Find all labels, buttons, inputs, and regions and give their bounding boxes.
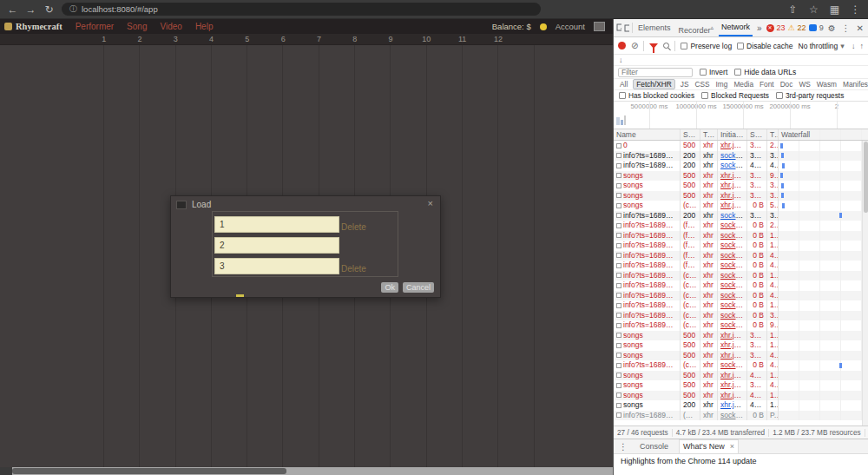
devtools-vertical-scrollbar[interactable] xyxy=(862,141,868,426)
type-chip[interactable]: JS xyxy=(680,80,690,89)
table-row[interactable]: info?ts=16898525605... (can... xhr sockj… xyxy=(614,300,868,311)
menu-item[interactable]: Performer xyxy=(76,22,114,31)
error-badge-icon[interactable]: ✕ xyxy=(766,24,774,32)
row-checkbox[interactable] xyxy=(616,283,621,288)
col-status[interactable]: Stat... xyxy=(681,129,700,140)
initiator-link[interactable]: sockjs.js... xyxy=(720,300,747,309)
preserve-log-toggle[interactable]: Preserve log xyxy=(681,42,732,50)
extra-filter-toggle[interactable]: Blocked Requests xyxy=(701,91,769,100)
drawer-menu-icon[interactable]: ⋮ xyxy=(617,442,629,452)
bookmark-icon[interactable]: ☆ xyxy=(808,0,819,19)
type-chip[interactable]: CSS xyxy=(694,80,711,89)
import-har-icon[interactable]: ↓ xyxy=(852,42,856,50)
table-row[interactable]: songs 200 xhr xhr.js:178 422 B 1... xyxy=(614,400,868,411)
row-checkbox[interactable] xyxy=(616,403,621,408)
table-row[interactable]: info?ts=16898534605... (can... xhr sockj… xyxy=(614,320,868,331)
initiator-link[interactable]: xhr.js:178 xyxy=(720,380,747,389)
initiator-link[interactable]: sockjs.js... xyxy=(720,311,747,320)
row-checkbox[interactable] xyxy=(616,333,621,338)
app-horizontal-scrollbar[interactable] xyxy=(0,467,613,475)
invert-toggle[interactable]: Invert xyxy=(700,68,727,76)
tab-recorder[interactable]: Recorder▵ xyxy=(675,19,716,36)
initiator-link[interactable]: xhr.js:178 xyxy=(720,340,747,349)
checkbox[interactable] xyxy=(619,92,626,99)
row-checkbox[interactable] xyxy=(616,223,621,228)
device-toolbar-icon[interactable] xyxy=(624,23,629,33)
back-icon[interactable]: ← xyxy=(7,0,18,19)
address-bar[interactable]: ⓘ localhost:8080/#/app xyxy=(62,3,541,16)
row-checkbox[interactable] xyxy=(616,313,621,318)
account-avatar[interactable] xyxy=(594,22,605,31)
checkbox[interactable] xyxy=(776,92,783,99)
scrollbar-thumb[interactable] xyxy=(12,468,286,474)
settings-gear-icon[interactable]: ⚙ xyxy=(826,23,838,33)
type-chip[interactable]: WS xyxy=(798,80,811,89)
tab-whats-new[interactable]: What's New × xyxy=(679,439,739,453)
table-row[interactable]: songs 500 xhr xhr.js:178 304 B 3... xyxy=(614,191,868,201)
type-chip[interactable]: Img xyxy=(715,80,729,89)
initiator-link[interactable]: sockjs.js... xyxy=(720,251,747,260)
reload-icon[interactable]: ↻ xyxy=(43,0,55,19)
row-checkbox[interactable] xyxy=(616,263,621,268)
bulb-icon[interactable] xyxy=(540,23,547,30)
row-checkbox[interactable] xyxy=(616,143,621,148)
inspect-icon[interactable] xyxy=(616,23,621,33)
more-tabs-icon[interactable]: » xyxy=(755,23,764,33)
initiator-link[interactable]: sockjs.js... xyxy=(720,151,747,160)
tab-network[interactable]: Network xyxy=(719,19,753,36)
table-row[interactable]: songs 500 xhr xhr.js:178 304 B 1... xyxy=(614,340,868,351)
row-checkbox[interactable] xyxy=(616,153,621,158)
type-chip[interactable]: Media xyxy=(733,80,754,89)
export-har-icon[interactable]: ↑ xyxy=(860,42,865,50)
ok-button[interactable]: Ok xyxy=(381,282,398,293)
delete-button[interactable]: Delete xyxy=(341,222,366,233)
search-icon[interactable] xyxy=(663,43,669,49)
initiator-link[interactable]: sockjs.js... xyxy=(720,211,747,220)
row-checkbox[interactable] xyxy=(616,343,621,348)
table-row[interactable]: 0 500 xhr xhr.js:178 304 B 2... xyxy=(614,141,868,151)
type-chip[interactable]: Doc xyxy=(779,80,794,89)
initiator-link[interactable]: xhr.js:178 xyxy=(720,400,747,409)
table-row[interactable]: songs 500 xhr xhr.js:178 304 B 4... xyxy=(614,380,868,391)
initiator-link[interactable]: xhr.js:178 xyxy=(720,351,747,360)
clear-icon[interactable]: ⊘ xyxy=(631,41,638,50)
forward-icon[interactable]: → xyxy=(25,0,36,19)
initiator-link[interactable]: xhr.js:178 xyxy=(720,171,747,180)
menu-item[interactable]: Video xyxy=(160,22,181,31)
initiator-link[interactable]: sockjs.js... xyxy=(720,271,747,280)
type-chip[interactable]: All xyxy=(619,80,628,89)
song-name-input[interactable]: 3 xyxy=(214,258,339,274)
table-row[interactable]: songs 500 xhr xhr.js:178 481 B 1... xyxy=(614,371,868,381)
tab-elements[interactable]: Elements xyxy=(635,19,674,36)
checkbox[interactable] xyxy=(681,43,687,49)
col-waterfall[interactable]: Waterfall xyxy=(779,129,868,140)
warning-badge-icon[interactable]: ⚠ xyxy=(788,23,795,32)
initiator-link[interactable]: xhr.js:178 xyxy=(720,331,747,340)
initiator-link[interactable]: xhr.js:178 xyxy=(720,141,747,149)
table-row[interactable]: info?ts=16898522815... (can... xhr sockj… xyxy=(614,291,868,301)
extra-filter-toggle[interactable]: Has blocked cookies xyxy=(619,91,694,100)
table-row[interactable]: songs (can... xhr xhr.js:178 0 B 5... xyxy=(614,201,868,211)
initiator-link[interactable]: sockjs.js... xyxy=(720,320,747,329)
disable-cache-toggle[interactable]: Disable cache xyxy=(737,42,792,50)
type-chip[interactable]: Fetch/XHR xyxy=(633,79,675,89)
table-row[interactable]: songs 500 xhr xhr.js:178 304 B 1... xyxy=(614,331,868,341)
table-row[interactable]: info?ts=16898358331... 200 xhr sockjs.js… xyxy=(614,161,868,171)
row-checkbox[interactable] xyxy=(616,412,621,418)
table-row[interactable]: songs 500 xhr xhr.js:178 304 B 9... xyxy=(614,171,868,181)
row-checkbox[interactable] xyxy=(616,393,621,398)
type-chip[interactable]: Font xyxy=(759,80,775,89)
apps-icon[interactable]: ▦ xyxy=(829,0,840,19)
row-checkbox[interactable] xyxy=(616,173,621,178)
type-chip[interactable]: Wasm xyxy=(816,80,838,89)
col-type[interactable]: Type xyxy=(700,129,718,140)
filter-input[interactable] xyxy=(618,68,693,77)
initiator-link[interactable]: sockjs.js... xyxy=(720,261,747,269)
cancel-button[interactable]: Cancel xyxy=(403,282,434,293)
table-row[interactable]: info?ts=16898522042... 200 xhr sockjs.js… xyxy=(614,211,868,221)
account-menu[interactable]: Account xyxy=(556,22,585,31)
table-row[interactable]: info?ts=16898522175... (fail... xhr sock… xyxy=(614,251,868,261)
initiator-link[interactable]: sockjs.js... xyxy=(720,221,747,229)
table-row[interactable]: info?ts=16898522135... (fail... xhr sock… xyxy=(614,241,868,251)
row-checkbox[interactable] xyxy=(616,233,621,238)
